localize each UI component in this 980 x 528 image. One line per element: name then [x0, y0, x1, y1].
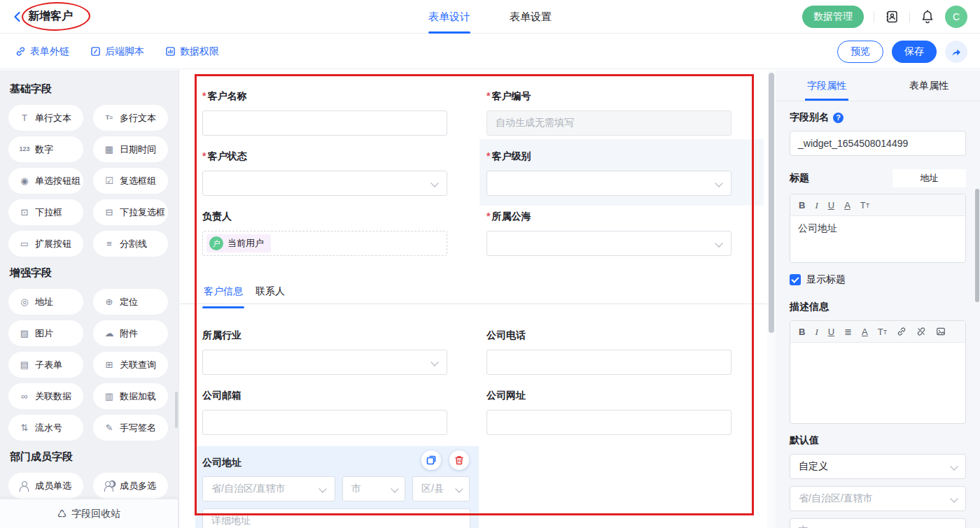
company-email-input[interactable]	[202, 410, 447, 435]
default-province-select[interactable]: 省/自治区/直辖市	[790, 486, 966, 511]
field-pill-multi-dropdown[interactable]: ⊟下拉复选框	[93, 199, 168, 225]
title-editor-content[interactable]: 公司地址	[790, 216, 965, 262]
field-pill-linked-query[interactable]: ⊞关联查询	[93, 352, 168, 378]
font-size-icon[interactable]: TT	[878, 327, 887, 336]
canvas-field-customer-name[interactable]: *客户名称	[202, 89, 447, 136]
form-canvas[interactable]: *客户名称*客户编号自动生成无需填写*客户状态*客户级别负责人户当前用户*所属公…	[180, 70, 767, 528]
field-pill-radio-group[interactable]: ◉单选按钮组	[8, 168, 83, 194]
customer-name-input[interactable]	[202, 110, 447, 136]
field-pill-single-line-text[interactable]: T单行文本	[8, 105, 83, 131]
sidebar-scrollbar[interactable]	[175, 392, 178, 428]
company-website-input[interactable]	[486, 410, 732, 435]
default-city-select[interactable]: 市	[790, 518, 966, 528]
field-pill-serial-number[interactable]: ⇅流水号	[8, 415, 83, 441]
underline-icon[interactable]: U	[828, 327, 834, 336]
field-pill-label: 成员单选	[35, 480, 71, 492]
canvas-scrollbar-thumb[interactable]	[769, 73, 774, 333]
field-pill-checkbox-group[interactable]: ☑复选框组	[93, 168, 168, 194]
data-permission-button[interactable]: 数据权限	[165, 45, 219, 58]
field-pill-datetime[interactable]: ▦日期时间	[93, 136, 168, 162]
field-pill-member-single[interactable]: 成员单选	[8, 473, 83, 499]
field-pill-extend-button[interactable]: ▭扩展按钮	[8, 231, 83, 257]
tab-form-design[interactable]: 表单设计	[428, 0, 470, 34]
field-recycle-bin[interactable]: ♺ 字段回收站	[0, 499, 178, 528]
field-pill-multi-line-text[interactable]: T≡多行文本	[93, 105, 168, 131]
company-address-field-selected[interactable]: 公司地址 省/自治区/直辖市 市 区/县 详细地址	[195, 446, 479, 528]
field-pill-subform[interactable]: ▤子表单	[8, 352, 83, 378]
canvas-field-company-email[interactable]: 公司邮箱	[202, 388, 447, 435]
bold-icon[interactable]: B	[799, 327, 805, 336]
tab-customer-info[interactable]: 客户信息	[202, 283, 244, 304]
backend-script-button[interactable]: 后端脚本	[90, 45, 144, 58]
field-alias-input[interactable]: _widget_1654508014499	[790, 131, 966, 156]
field-pill-location[interactable]: ⊕定位	[93, 289, 168, 315]
canvas-field-customer-status[interactable]: *客户状态	[202, 149, 447, 196]
share-button[interactable]	[945, 41, 967, 63]
canvas-scrollbar[interactable]	[767, 70, 776, 528]
show-title-toggle[interactable]: 显示标题	[790, 273, 966, 286]
tab-field-properties[interactable]: 字段属性	[776, 70, 878, 101]
field-pill-address[interactable]: ◎地址	[8, 289, 83, 315]
canvas-field-customer-no[interactable]: *客户编号自动生成无需填写	[486, 89, 732, 136]
field-pill-linked-data[interactable]: ∞关联数据	[8, 383, 83, 409]
description-editor-content[interactable]	[790, 343, 965, 423]
insert-image-icon[interactable]	[936, 327, 946, 336]
canvas-field-customer-level[interactable]: *客户级别	[479, 139, 764, 206]
data-manage-button[interactable]: 数据管理	[802, 6, 864, 28]
city-select[interactable]: 市	[342, 476, 405, 501]
detail-address-input[interactable]: 详细地址	[202, 508, 470, 528]
canvas-field-public-sea[interactable]: *所属公海	[486, 209, 732, 256]
notification-bell-icon[interactable]	[920, 9, 935, 24]
description-editor[interactable]: BIU≣ATT	[790, 320, 966, 424]
help-icon[interactable]: ?	[833, 113, 844, 123]
underline-icon[interactable]: U	[828, 201, 834, 210]
canvas-field-company-website[interactable]: 公司网址	[486, 388, 732, 435]
field-pill-member-multi[interactable]: 成员多选	[93, 473, 168, 499]
owner-input[interactable]: 户当前用户	[202, 231, 447, 256]
field-pill-number[interactable]: 123数字	[8, 136, 83, 162]
form-external-link-button[interactable]: 表单外链	[15, 45, 69, 58]
canvas-field-owner[interactable]: 负责人户当前用户	[202, 209, 447, 256]
district-select[interactable]: 区/县	[412, 476, 470, 501]
bold-icon[interactable]: B	[799, 201, 805, 210]
customer-status-select[interactable]	[202, 171, 447, 196]
panel-scrollbar-thumb[interactable]	[975, 189, 979, 302]
default-type-select[interactable]: 自定义	[790, 454, 966, 479]
delete-field-button[interactable]	[449, 450, 469, 470]
tab-form-properties[interactable]: 表单属性	[878, 70, 980, 101]
panel-scrollbar[interactable]	[974, 70, 980, 528]
italic-icon[interactable]: I	[815, 327, 818, 336]
field-pill-signature[interactable]: ✎手写签名	[93, 415, 168, 441]
field-pill-attachment[interactable]: ☁附件	[93, 320, 168, 346]
province-select[interactable]: 省/自治区/直辖市	[202, 476, 335, 501]
align-icon[interactable]: ≣	[844, 327, 852, 336]
save-button[interactable]: 保存	[892, 41, 937, 63]
font-color-icon[interactable]: A	[844, 201, 850, 210]
customer-level-select[interactable]	[486, 171, 732, 196]
font-color-icon[interactable]: A	[862, 327, 868, 336]
tab-contacts[interactable]: 联系人	[254, 283, 286, 304]
italic-icon[interactable]: I	[815, 201, 818, 210]
field-pill-dropdown[interactable]: ⊡下拉框	[8, 199, 83, 225]
copy-field-button[interactable]	[421, 450, 441, 470]
preview-button[interactable]: 预览	[837, 41, 883, 63]
back-button[interactable]: 新增客户	[0, 9, 73, 24]
user-avatar[interactable]: C	[945, 6, 967, 28]
public-sea-select[interactable]	[486, 231, 732, 256]
canvas-field-industry[interactable]: 所属行业	[202, 328, 447, 375]
industry-select[interactable]	[202, 350, 447, 375]
unlink-icon[interactable]	[916, 327, 926, 336]
field-pill-data-load[interactable]: ▥数据加载	[93, 383, 168, 409]
font-size-icon[interactable]: TT	[860, 201, 869, 210]
canvas-field-company-phone[interactable]: 公司电话	[486, 328, 732, 375]
field-pill-divider[interactable]: ≡分割线	[93, 231, 168, 257]
back-chevron-icon[interactable]	[11, 10, 24, 23]
checkbox-checked-icon[interactable]	[790, 274, 801, 285]
field-pill-image[interactable]: ▨图片	[8, 320, 83, 346]
company-phone-input[interactable]	[486, 350, 732, 375]
link-icon[interactable]	[897, 327, 906, 336]
contacts-book-icon[interactable]	[884, 9, 899, 24]
current-user-tag[interactable]: 户当前用户	[206, 234, 271, 252]
tab-form-settings[interactable]: 表单设置	[510, 0, 552, 34]
title-editor[interactable]: BIUATT 公司地址	[790, 194, 966, 263]
